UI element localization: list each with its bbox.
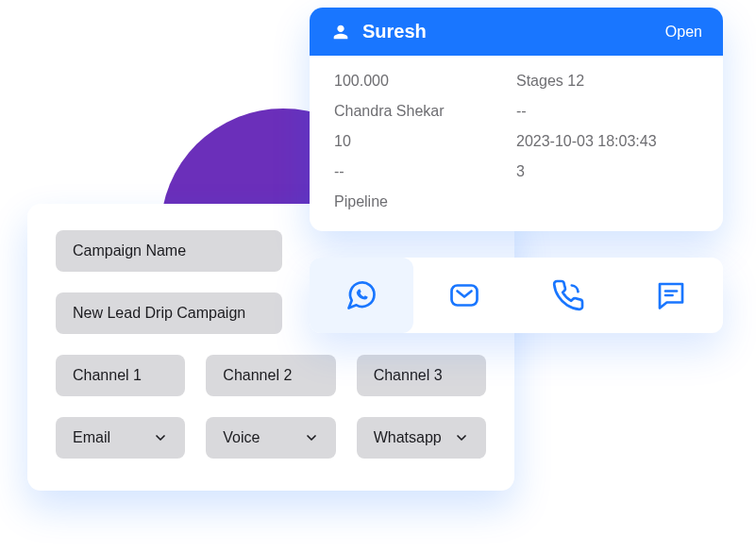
phone-icon [551, 278, 585, 312]
email-icon [447, 278, 481, 312]
channel-3-value: Whatsapp [374, 429, 442, 446]
campaign-name-label-text: Campaign Name [73, 242, 186, 259]
sms-icon [654, 278, 688, 312]
contact-left-col: 100.000 Chandra Shekar 10 -- Pipeline [334, 73, 516, 210]
call-button[interactable] [516, 258, 620, 333]
chevron-down-icon [454, 430, 469, 445]
channel-2-value: Voice [223, 429, 260, 446]
whatsapp-icon [344, 278, 378, 312]
chevron-down-icon [304, 430, 319, 445]
channel-1-select[interactable]: Email [56, 417, 185, 459]
contact-owner: Chandra Shekar [334, 103, 516, 120]
action-bar [310, 258, 723, 333]
email-button[interactable] [413, 258, 517, 333]
contact-ten: 10 [334, 133, 516, 150]
contact-dash: -- [334, 163, 516, 180]
campaign-name-input[interactable]: New Lead Drip Campaign [56, 292, 282, 334]
channel-1-label-text: Channel 1 [73, 367, 142, 384]
contact-status[interactable]: Open [665, 24, 702, 41]
campaign-card: Campaign Name New Lead Drip Campaign Cha… [27, 204, 514, 491]
channel-2-select[interactable]: Voice [206, 417, 335, 459]
contact-dash-2: -- [516, 103, 698, 120]
channel-3-select[interactable]: Whatsapp [357, 417, 486, 459]
contact-stages: Stages 12 [516, 73, 698, 90]
channel-3-label: Channel 3 [357, 355, 486, 396]
channel-1-value: Email [73, 429, 110, 446]
chevron-down-icon [153, 430, 168, 445]
contact-name: Suresh [362, 21, 665, 42]
contact-amount: 100.000 [334, 73, 516, 90]
person-icon [330, 22, 351, 42]
contact-timestamp: 2023-10-03 18:03:43 [516, 133, 698, 150]
campaign-name-value: New Lead Drip Campaign [73, 305, 245, 322]
contact-right-col: Stages 12 -- 2023-10-03 18:03:43 3 [516, 73, 698, 210]
channel-2-label: Channel 2 [206, 355, 335, 396]
whatsapp-button[interactable] [310, 258, 413, 333]
contact-card: Suresh Open 100.000 Chandra Shekar 10 --… [310, 8, 723, 231]
contact-pipeline: Pipeline [334, 193, 516, 210]
channel-1-label: Channel 1 [56, 355, 185, 396]
contact-header: Suresh Open [310, 8, 723, 56]
channel-3-label-text: Channel 3 [374, 367, 443, 384]
contact-three: 3 [516, 163, 698, 180]
channel-2-label-text: Channel 2 [223, 367, 292, 384]
contact-body: 100.000 Chandra Shekar 10 -- Pipeline St… [310, 56, 723, 231]
sms-button[interactable] [620, 258, 724, 333]
campaign-name-label: Campaign Name [56, 230, 282, 272]
